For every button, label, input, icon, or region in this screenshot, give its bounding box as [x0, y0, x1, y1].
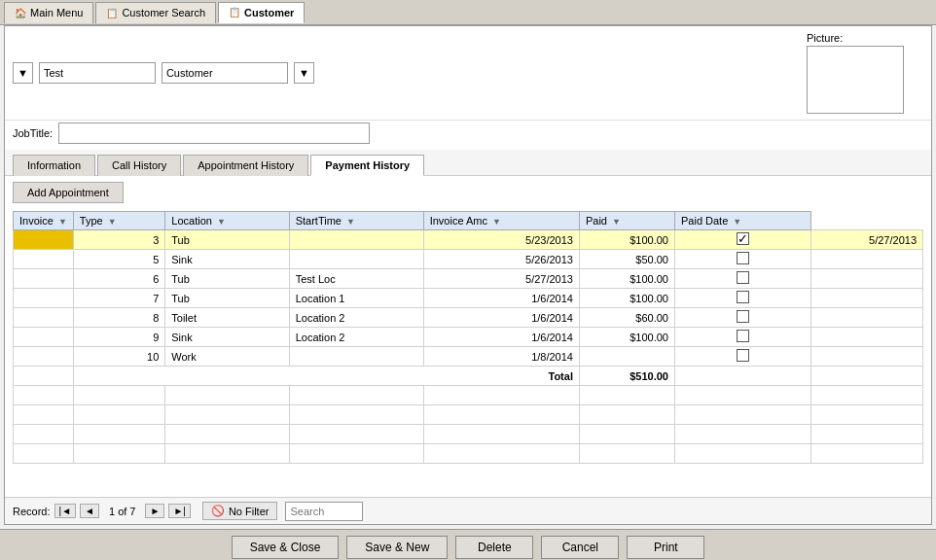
table-row[interactable]: 8ToiletLocation 21/6/2014$60.00 — [14, 308, 923, 328]
tab-main-menu[interactable]: 🏠 Main Menu — [4, 2, 93, 23]
tab-payment-history[interactable]: Payment History — [310, 155, 424, 176]
row-selector — [14, 328, 74, 347]
tab-information[interactable]: Information — [13, 155, 95, 176]
cell-paid[interactable] — [674, 328, 810, 347]
row-selector — [14, 308, 74, 328]
tab-appointment-history[interactable]: Appointment History — [183, 155, 308, 176]
cell-starttime: 5/27/2013 — [423, 269, 579, 289]
empty-row — [14, 425, 923, 444]
first-name-input[interactable] — [39, 62, 156, 84]
tab-customer[interactable]: 📋 Customer — [218, 2, 305, 23]
print-button[interactable]: Print — [627, 536, 704, 559]
cell-invoice-amt: $50.00 — [579, 250, 674, 269]
cell-paid[interactable] — [674, 269, 810, 289]
col-header-location[interactable]: Location ▼ — [165, 212, 289, 230]
table-row[interactable]: 7TubLocation 11/6/2014$100.00 — [14, 289, 923, 308]
paid-checkbox[interactable] — [737, 271, 749, 284]
cell-invoice: 3 — [73, 230, 164, 250]
cell-starttime: 5/26/2013 — [423, 250, 579, 269]
col-header-type[interactable]: Type ▼ — [73, 212, 164, 230]
col-header-paid-date[interactable]: Paid Date ▼ — [674, 212, 810, 230]
nav-prev-button[interactable]: ◄ — [80, 504, 99, 518]
empty-row — [14, 405, 923, 425]
cell-type: Work — [165, 347, 289, 367]
col-header-paid[interactable]: Paid ▼ — [579, 212, 674, 230]
tab-bar: 🏠 Main Menu 📋 Customer Search 📋 Customer — [0, 0, 936, 25]
paid-checkbox[interactable] — [737, 291, 749, 303]
main-content: ▼ ▼ Picture: JobTitle: Information Call … — [4, 25, 932, 525]
cell-type: Toilet — [165, 308, 289, 328]
cell-paid[interactable] — [674, 308, 810, 328]
save-close-button[interactable]: Save & Close — [232, 536, 340, 559]
no-filter-button[interactable]: 🚫 No Filter — [202, 502, 278, 520]
cell-paid-date — [810, 328, 922, 347]
picture-label: Picture: — [807, 32, 843, 44]
cell-invoice: 6 — [73, 269, 164, 289]
nav-next-button[interactable]: ► — [145, 504, 164, 518]
cell-paid-date: 5/27/2013 — [810, 230, 922, 250]
cell-invoice-amt: $100.00 — [579, 328, 674, 347]
cell-starttime: 1/6/2014 — [423, 289, 579, 308]
paid-checkbox[interactable] — [737, 330, 749, 342]
tab-call-history[interactable]: Call History — [97, 155, 181, 176]
search-input[interactable] — [285, 502, 363, 521]
cell-paid-date — [810, 269, 922, 289]
section-tabs: Information Call History Appointment His… — [5, 150, 931, 176]
tab-customer-search[interactable]: 📋 Customer Search — [95, 2, 216, 23]
cell-invoice-amt — [579, 347, 674, 367]
cell-invoice: 8 — [73, 308, 164, 328]
cell-location — [289, 250, 423, 269]
col-header-invoice-amt[interactable]: Invoice Amc ▼ — [423, 212, 579, 230]
table-row[interactable]: 6TubTest Loc5/27/2013$100.00 — [14, 269, 923, 289]
cell-location — [289, 347, 423, 367]
customer-search-icon: 📋 — [106, 8, 118, 18]
nav-first-button[interactable]: |◄ — [54, 504, 77, 518]
save-new-button[interactable]: Save & New — [346, 536, 448, 559]
table-row[interactable]: 5Sink5/26/2013$50.00 — [14, 250, 923, 269]
cell-paid[interactable] — [674, 230, 810, 250]
col-header-invoice[interactable]: Invoice ▼ — [14, 212, 74, 230]
jobtitle-input[interactable] — [58, 122, 370, 144]
cell-invoice: 10 — [73, 347, 164, 367]
cell-invoice-amt: $100.00 — [579, 269, 674, 289]
cell-paid[interactable] — [674, 347, 810, 367]
cell-paid-date — [810, 250, 922, 269]
delete-button[interactable]: Delete — [455, 536, 533, 559]
paid-checkbox[interactable] — [737, 310, 749, 323]
table-row[interactable]: 10Work1/8/2014 — [14, 347, 923, 367]
cell-type: Sink — [165, 328, 289, 347]
cell-type: Tub — [165, 269, 289, 289]
customer-icon: 📋 — [229, 7, 240, 18]
paid-checkbox[interactable] — [737, 232, 749, 245]
cell-paid[interactable] — [674, 250, 810, 269]
cell-paid[interactable] — [674, 289, 810, 308]
empty-row — [14, 444, 923, 464]
table-container: Invoice ▼ Type ▼ Location ▼ StartTime ▼ … — [13, 211, 923, 491]
record-label: Record: — [13, 506, 51, 517]
customer-header: ▼ ▼ Picture: — [5, 26, 931, 121]
row-selector — [14, 250, 74, 269]
row-selector — [14, 347, 74, 367]
cancel-button[interactable]: Cancel — [541, 536, 619, 559]
filter-icon: 🚫 — [211, 505, 225, 517]
picture-box — [807, 46, 904, 114]
jobtitle-row: JobTitle: — [5, 121, 931, 150]
cell-type: Sink — [165, 250, 289, 269]
prefix-dropdown[interactable]: ▼ — [13, 62, 33, 84]
add-appointment-button[interactable]: Add Appointment — [13, 182, 124, 203]
action-bar: Save & Close Save & New Delete Cancel Pr… — [0, 529, 936, 560]
paid-checkbox[interactable] — [737, 252, 749, 264]
cell-location — [289, 230, 423, 250]
cell-starttime: 5/23/2013 — [423, 230, 579, 250]
paid-checkbox[interactable] — [737, 349, 749, 362]
suffix-dropdown[interactable]: ▼ — [294, 62, 314, 84]
cell-paid-date — [810, 347, 922, 367]
last-name-input[interactable] — [162, 62, 288, 84]
table-row[interactable]: 9SinkLocation 21/6/2014$100.00 — [14, 328, 923, 347]
cell-starttime: 1/6/2014 — [423, 328, 579, 347]
cell-invoice: 9 — [73, 328, 164, 347]
nav-last-button[interactable]: ►| — [168, 504, 191, 518]
cell-invoice: 5 — [73, 250, 164, 269]
col-header-starttime[interactable]: StartTime ▼ — [289, 212, 423, 230]
table-row[interactable]: 3Tub5/23/2013$100.005/27/2013 — [14, 230, 923, 250]
